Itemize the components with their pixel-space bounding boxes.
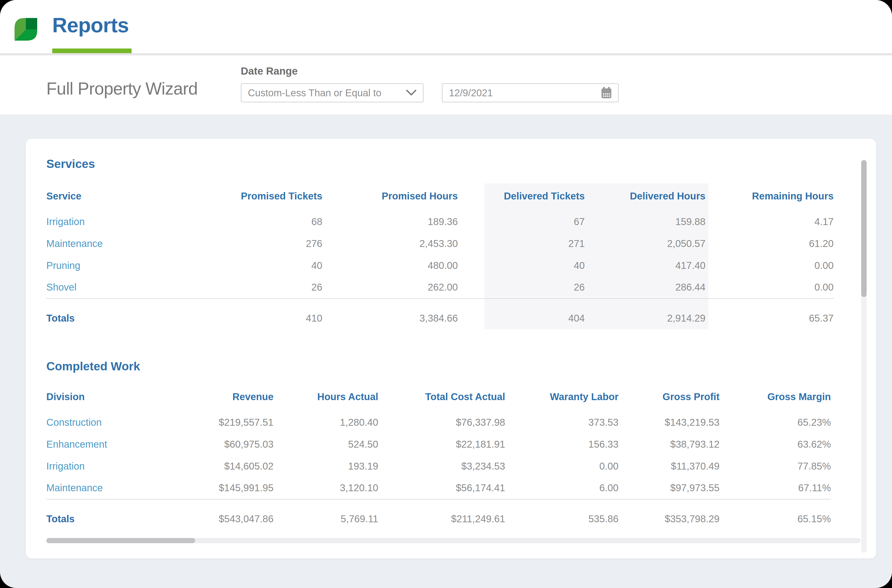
table-row: Maintenance 276 2,453.30 271 2,050.57 61… — [46, 233, 833, 255]
cell-value: 271 — [458, 233, 585, 255]
cell-value: $76,337.98 — [378, 411, 505, 434]
table-row: Maintenance $145,991.95 3,120.10 $56,174… — [46, 477, 831, 499]
cell-value: 77.85% — [719, 455, 831, 477]
table-row: Shovel 26 262.00 26 286.44 0.00 — [46, 276, 833, 298]
service-link[interactable]: Irrigation — [46, 211, 219, 233]
total-value: 410 — [219, 303, 322, 333]
cell-value: 1,280.40 — [274, 411, 378, 434]
leaf-logo-icon — [15, 17, 37, 41]
column-header: Gross Margin — [719, 382, 831, 411]
date-comparator-select[interactable]: Custom-Less Than or Equal to — [241, 83, 424, 102]
cell-value: $219,557.51 — [170, 411, 274, 434]
reports-window: Reports Full Property Wizard Date Range … — [0, 0, 892, 588]
date-comparator-value: Custom-Less Than or Equal to — [248, 87, 381, 99]
totals-label: Totals — [46, 303, 219, 333]
column-header: Revenue — [170, 382, 274, 411]
table-row: Enhancement $60,975.03 524.50 $22,181.91… — [46, 434, 831, 455]
cell-value: 2,453.30 — [322, 233, 458, 255]
total-value: 5,769.11 — [274, 504, 378, 534]
cell-value: 6.00 — [505, 477, 618, 499]
cell-value: 40 — [458, 255, 585, 276]
column-header: Promised Hours — [322, 181, 458, 211]
column-header: Promised Tickets — [219, 181, 322, 211]
service-link[interactable]: Pruning — [46, 255, 219, 276]
cell-value: 276 — [219, 233, 322, 255]
vertical-scrollbar[interactable] — [861, 160, 866, 553]
column-header: Total Cost Actual — [378, 382, 505, 411]
report-toolbar: Full Property Wizard Date Range Custom-L… — [0, 56, 892, 114]
total-value: $211,249.61 — [378, 504, 505, 534]
cell-value: 480.00 — [322, 255, 458, 276]
cell-value: 63.62% — [719, 434, 831, 455]
table-row: Irrigation $14,605.02 193.19 $3,234.53 0… — [46, 455, 831, 477]
division-link[interactable]: Maintenance — [46, 477, 170, 499]
cell-value: $22,181.91 — [378, 434, 505, 455]
completed-work-totals-row: Totals $543,047.86 5,769.11 $211,249.61 … — [46, 504, 831, 534]
column-header: Gross Profit — [618, 382, 719, 411]
column-header: Delivered Tickets — [458, 181, 585, 211]
totals-divider — [46, 499, 831, 504]
total-value: 404 — [458, 303, 585, 333]
total-value: $353,798.29 — [618, 504, 719, 534]
cell-value: 189.36 — [322, 211, 458, 233]
total-value: 65.37 — [705, 303, 833, 333]
cell-value: 0.00 — [705, 255, 833, 276]
cell-value: 40 — [219, 255, 322, 276]
completed-work-table: Division Revenue Hours Actual Total Cost… — [46, 382, 831, 534]
cell-value: $11,370.49 — [618, 455, 719, 477]
date-field-value: 12/9/2021 — [449, 87, 493, 99]
total-value: 2,914.29 — [585, 303, 705, 333]
table-row: Irrigation 68 189.36 67 159.88 4.17 — [46, 211, 833, 233]
cell-value: 159.88 — [585, 211, 705, 233]
date-field[interactable]: 12/9/2021 — [442, 83, 619, 102]
app-header: Reports — [0, 0, 892, 53]
services-table: Service Promised Tickets Promised Hours … — [46, 181, 833, 333]
column-header: Remaining Hours — [705, 181, 833, 211]
cell-value: 68 — [219, 211, 322, 233]
cell-value: 417.40 — [585, 255, 705, 276]
division-link[interactable]: Irrigation — [46, 455, 170, 477]
cell-value: $60,975.03 — [170, 434, 274, 455]
total-value: $543,047.86 — [170, 504, 274, 534]
cell-value: 373.53 — [505, 411, 618, 434]
vertical-scrollbar-thumb[interactable] — [861, 160, 866, 297]
page-title: Full Property Wizard — [46, 79, 198, 99]
tab-reports[interactable]: Reports — [52, 13, 129, 37]
cell-value: 26 — [458, 276, 585, 298]
services-section-title: Services — [46, 157, 95, 171]
totals-divider — [46, 298, 833, 303]
division-link[interactable]: Enhancement — [46, 434, 170, 455]
header-divider — [0, 53, 892, 56]
column-header: Service — [46, 181, 219, 211]
table-row: Construction $219,557.51 1,280.40 $76,33… — [46, 411, 831, 434]
services-totals-row: Totals 410 3,384.66 404 2,914.29 65.37 — [46, 303, 833, 333]
services-header-row: Service Promised Tickets Promised Hours … — [46, 181, 833, 211]
horizontal-scrollbar[interactable] — [46, 538, 860, 543]
service-link[interactable]: Shovel — [46, 276, 219, 298]
cell-value: 286.44 — [585, 276, 705, 298]
cell-value: $97,973.55 — [618, 477, 719, 499]
column-header: Division — [46, 382, 170, 411]
cell-value: 65.23% — [719, 411, 831, 434]
totals-label: Totals — [46, 504, 170, 534]
service-link[interactable]: Maintenance — [46, 233, 219, 255]
column-header: Waranty Labor — [505, 382, 618, 411]
cell-value: $145,991.95 — [170, 477, 274, 499]
chevron-down-icon — [406, 90, 417, 96]
total-value: 65.15% — [719, 504, 831, 534]
cell-value: 156.33 — [505, 434, 618, 455]
date-range-label: Date Range — [241, 65, 298, 77]
cell-value: 262.00 — [322, 276, 458, 298]
cell-value: 0.00 — [705, 276, 833, 298]
cell-value: 524.50 — [274, 434, 378, 455]
cell-value: 0.00 — [505, 455, 618, 477]
cell-value: 67.11% — [719, 477, 831, 499]
column-header: Hours Actual — [274, 382, 378, 411]
completed-work-header-row: Division Revenue Hours Actual Total Cost… — [46, 382, 831, 411]
column-header: Delivered Hours — [585, 181, 705, 211]
cell-value: 2,050.57 — [585, 233, 705, 255]
cell-value: 67 — [458, 211, 585, 233]
horizontal-scrollbar-thumb[interactable] — [46, 538, 195, 543]
cell-value: $143,219.53 — [618, 411, 719, 434]
division-link[interactable]: Construction — [46, 411, 170, 434]
